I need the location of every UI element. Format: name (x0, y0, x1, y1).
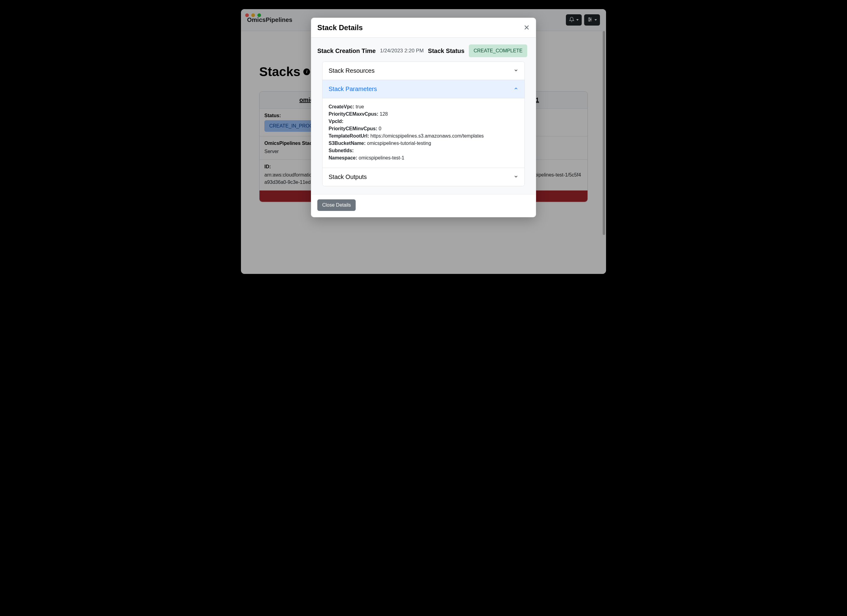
chevron-down-icon (514, 67, 518, 74)
param-value: omicspipelines-test-1 (359, 155, 404, 160)
param-key: S3BucketName: (329, 140, 366, 146)
param-key: PriorityCEMaxvCpus: (329, 111, 378, 117)
param-value: omicspipelines-tutorial-testing (367, 140, 431, 146)
app-window: OmicsPipelines Stacks i (241, 9, 606, 274)
close-details-button[interactable]: Close Details (317, 199, 356, 211)
stack-status-badge: CREATE_COMPLETE (469, 44, 528, 57)
param-key: TemplateRootUrl: (329, 133, 369, 139)
accordion-title: Stack Resources (329, 67, 375, 74)
param-key: SubnetIds: (329, 148, 354, 153)
param-key: CreateVpc: (329, 104, 354, 109)
param-key: PriorityCEMinvCpus: (329, 126, 377, 131)
modal-title: Stack Details (317, 24, 363, 32)
param-key: Namespace: (329, 155, 357, 160)
modal-meta: Stack Creation Time 1/24/2023 2:20 PM St… (311, 38, 536, 195)
param-value: 0 (378, 126, 381, 131)
modal-footer: Close Details (311, 195, 536, 217)
chevron-up-icon (514, 86, 518, 93)
param-value: https://omicspipelines.s3.amazonaws.com/… (370, 133, 484, 139)
accordion-body-parameters: CreateVpc: true PriorityCEMaxvCpus: 128 … (323, 98, 524, 168)
accordion-header-resources[interactable]: Stack Resources (323, 62, 524, 80)
stack-status-label: Stack Status (428, 47, 465, 55)
param-key: VpcId: (329, 119, 344, 124)
creation-time-value: 1/24/2023 2:20 PM (380, 48, 424, 54)
accordion-item-resources: Stack Resources (323, 62, 524, 80)
accordion-title: Stack Parameters (329, 86, 377, 93)
accordion-title: Stack Outputs (329, 173, 367, 180)
stack-details-modal: Stack Details ✕ Stack Creation Time 1/24… (311, 18, 536, 217)
accordion: Stack Resources Stack Parameters (322, 62, 525, 186)
param-value: 128 (380, 111, 388, 117)
modal-header: Stack Details ✕ (311, 18, 536, 38)
param-value: true (356, 104, 364, 109)
chevron-down-icon (514, 173, 518, 180)
accordion-item-outputs: Stack Outputs (323, 168, 524, 186)
accordion-item-parameters: Stack Parameters CreateVpc: true Priorit… (323, 80, 524, 168)
accordion-header-parameters[interactable]: Stack Parameters (323, 80, 524, 98)
creation-time-label: Stack Creation Time (317, 47, 376, 55)
close-icon[interactable]: ✕ (524, 24, 530, 31)
accordion-header-outputs[interactable]: Stack Outputs (323, 168, 524, 186)
